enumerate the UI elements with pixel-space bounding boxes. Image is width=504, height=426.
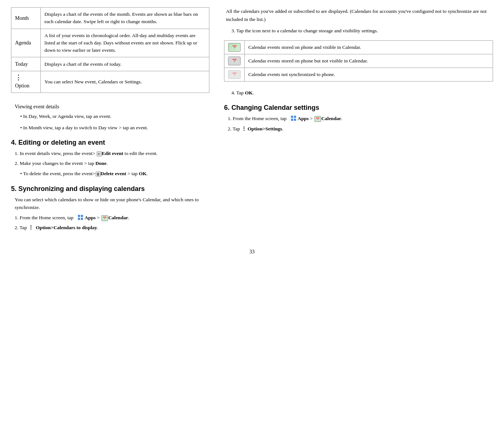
section5-intro: You can select which calendars to show o… (15, 196, 209, 212)
calendar-nosync-icon: 📅 (228, 70, 241, 79)
option-dots-2: ⋮ (28, 225, 33, 230)
today-label: Today (11, 57, 41, 71)
section6-step1: 1. From the Home screen, tap Apps > 📅Cal… (228, 115, 493, 123)
calendar-icon-inline-1: 📅 (101, 215, 108, 221)
page-number: 33 (11, 249, 493, 255)
cal-hidden-icon-cell: 📅 (224, 54, 245, 68)
right-intro-p1: All the calendars you've added or subscr… (226, 7, 493, 23)
tap-ok-step: 4. Tap OK. (231, 89, 493, 97)
cal-hidden-desc: Calendar events stored on phone but not … (245, 54, 493, 68)
month-desc: Displays a chart of the events of the mo… (41, 8, 209, 29)
edit-event-bold: Edit event (102, 151, 123, 156)
section6-step2: 2. Tap ⋮ Option>Settings. (228, 125, 493, 133)
section5-step1: 1. From the Home screen, tap Apps > 📅Cal… (15, 214, 209, 222)
section4-step-bullet: • To delete the event, press the event>🗑… (20, 170, 209, 178)
right-column: All the calendars you've added or subscr… (224, 7, 493, 234)
calendar-bold-2: Calendar (321, 116, 341, 121)
done-bold: Done (96, 160, 107, 166)
option-settings-bold: Option>Settings (248, 126, 282, 131)
option-dots-3: ⋮ (241, 126, 246, 131)
svg-rect-1 (81, 215, 83, 217)
apps-icon-inline-2 (291, 115, 297, 122)
option-label: ⋮ Option (11, 71, 41, 93)
svg-rect-5 (294, 116, 296, 118)
ok-bold-1: OK (139, 171, 147, 176)
section6-title: 6. Changing Calendar settings (224, 104, 493, 112)
today-desc: Displays a chart of the events of today. (41, 57, 209, 71)
calendar-visible-icon: 📅 (228, 43, 241, 52)
section5-title: 5. Synchronizing and displaying calendar… (11, 185, 209, 193)
calendar-icon-inline-2: 📅 (314, 116, 321, 122)
view-types-table: Month Displays a chart of the events of … (11, 7, 209, 93)
section4-step1: 1. In event details view, press the even… (15, 149, 209, 158)
table-row: 📅 Calendar events stored on phone but no… (224, 54, 493, 68)
svg-rect-0 (78, 215, 80, 217)
bullet-item-2: In Month view, tap a day to switch to Da… (20, 124, 209, 131)
svg-rect-2 (78, 218, 80, 220)
svg-rect-4 (291, 116, 293, 118)
section4-title: 4. Editing or deleting an event (11, 139, 209, 147)
calendar-hidden-icon: 📅 (228, 57, 241, 65)
left-column: Month Displays a chart of the events of … (11, 7, 209, 234)
calendar-bold-1: Calendar (108, 215, 128, 220)
table-row: ⋮ Option You can select New event, Calen… (11, 71, 209, 93)
month-label: Month (11, 8, 41, 29)
svg-rect-3 (81, 218, 83, 220)
agenda-desc: A list of your events in chronological o… (41, 29, 209, 57)
svg-rect-6 (291, 119, 293, 121)
delete-icon: 🗑 (96, 172, 101, 177)
apps-bold-1: Apps (84, 215, 96, 220)
agenda-label: Agenda (11, 29, 41, 57)
cal-visible-icon-cell: 📅 (224, 40, 245, 54)
section5-step2: 2. Tap ⋮ Option>Calendars to display. (15, 224, 209, 232)
table-row: Today Displays a chart of the events of … (11, 57, 209, 71)
viewing-section: Viewing event details In Day, Week, or A… (15, 104, 209, 131)
cal-icon-table: 📅 Calendar events stored on phone and vi… (224, 40, 493, 82)
option-desc: You can select New event, Calendars or S… (41, 71, 209, 93)
section4-step2: 2. Make your changes to the event > tap … (15, 159, 209, 167)
ok-bold-2: OK (245, 90, 253, 95)
right-step3: 3. Tap the icon next to a calendar to ch… (231, 27, 493, 35)
option-dots-icon: ⋮ (15, 74, 22, 81)
svg-rect-7 (294, 119, 296, 121)
table-row: Agenda A list of your events in chronolo… (11, 29, 209, 57)
edit-icon: ✏ (97, 151, 102, 156)
page-layout: Month Displays a chart of the events of … (11, 7, 493, 234)
cal-nosync-desc: Calendar events not synchronized to phon… (245, 68, 493, 81)
apps-bold-2: Apps (298, 116, 309, 121)
table-row: Month Displays a chart of the events of … (11, 8, 209, 29)
bullet-item-1: In Day, Week, or Agenda view, tap an eve… (20, 113, 209, 120)
cal-visible-desc: Calendar events stored on phone and visi… (245, 40, 493, 54)
table-row: 📅 Calendar events not synchronized to ph… (224, 68, 493, 81)
cal-nosync-icon-cell: 📅 (224, 68, 245, 81)
table-row: 📅 Calendar events stored on phone and vi… (224, 40, 493, 54)
viewing-title: Viewing event details (15, 104, 209, 110)
delete-event-bold: Delete event (101, 171, 126, 176)
apps-icon-inline (78, 214, 84, 221)
option-calendars-bold: Option>Calendars to display (36, 225, 97, 230)
